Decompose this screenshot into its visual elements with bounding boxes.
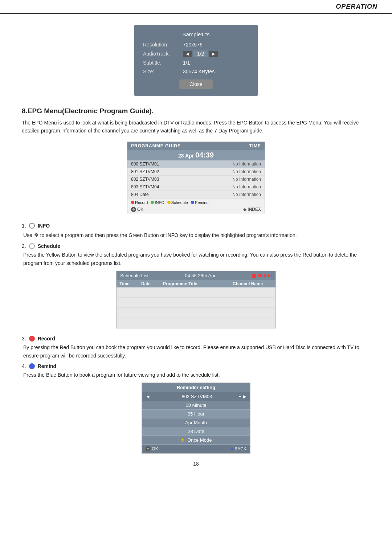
schedule-circle-icon xyxy=(29,243,35,249)
resolution-value: 720x576 xyxy=(183,42,203,48)
schedule-row-1 xyxy=(117,287,275,298)
col-date: Date xyxy=(141,281,163,286)
item-remind-label: Remind xyxy=(38,363,56,369)
item-info-header: 1. INFO xyxy=(22,223,370,229)
schedule-box: Schedule List 04:55 28th Apr ● Delete Ti… xyxy=(116,271,276,328)
item-remind-desc: Press the Blue Button to book a program … xyxy=(23,371,370,379)
audio-next-button[interactable]: ► xyxy=(209,51,218,57)
legend-dot-icon xyxy=(191,201,194,204)
reminder-prev-icon: ◄— xyxy=(146,394,155,399)
delete-label: Delete xyxy=(258,273,272,278)
epg-guide-header-right: TIME xyxy=(249,143,261,148)
epg-date-row: 28 Apr 04:39 xyxy=(127,150,265,160)
record-circle-icon xyxy=(29,336,35,342)
reminder-mode-value: Once Mode xyxy=(187,437,212,443)
channel-info: No Information xyxy=(232,177,261,182)
epg-guide-box: PROGRAMME GUIDE TIME 28 Apr 04:39 800 SZ… xyxy=(127,142,265,214)
epg-channel-row[interactable]: 802 SZTVM03No Information xyxy=(127,176,265,183)
legend-item: Schedule xyxy=(167,200,188,205)
info-circle-icon xyxy=(29,223,35,229)
reminder-row-month: Apr Month xyxy=(142,418,250,427)
reminder-channel: 802 SZTVM03 xyxy=(181,394,212,399)
epg-time: 04:39 xyxy=(195,151,214,159)
schedule-title: Schedule List xyxy=(120,273,148,278)
page-number: -18- xyxy=(22,461,370,467)
item-schedule-header: 2. Schedule xyxy=(22,243,370,249)
reminder-footer: ⊙ OK ● BACK xyxy=(142,445,250,453)
item-info-label: INFO xyxy=(38,223,50,229)
reminder-star-icon: ★ xyxy=(180,437,185,443)
close-button[interactable]: Close xyxy=(179,79,213,89)
item-remind-number: 4. xyxy=(22,363,26,369)
legend-item: Remind xyxy=(191,200,209,205)
resolution-label: Resolution: xyxy=(143,42,183,48)
reminder-next-icon: + ▶ xyxy=(239,394,246,399)
reminder-back: ● BACK xyxy=(231,446,246,451)
epg-date: 28 Apr xyxy=(178,153,194,159)
item-record: 3. Record By pressing the Red Button you… xyxy=(22,336,370,360)
file-info-box: Sample1.ts Resolution: 720x576 AudioTrac… xyxy=(134,25,258,96)
legend-item: Record xyxy=(131,200,148,205)
item-record-number: 3. xyxy=(22,336,26,342)
epg-description: The EPG Menu is used to look at what is … xyxy=(22,119,370,135)
schedule-columns: Time Date Programme Title Channel Name xyxy=(117,280,275,287)
close-btn-wrap: Close xyxy=(143,79,249,89)
file-filename: Sample1.ts xyxy=(143,31,249,37)
item-info-number: 1. xyxy=(22,223,26,229)
audio-value: 1/2 xyxy=(193,50,208,57)
epg-footer: ⊙ OK ◆ INDEX xyxy=(127,206,265,214)
delete-dot-icon: ● xyxy=(252,274,256,278)
channel-name: 803 SZTVM04 xyxy=(131,184,159,189)
audio-label: AudioTrack: xyxy=(143,51,183,57)
schedule-row-2 xyxy=(117,298,275,308)
legend-dot-icon xyxy=(131,201,134,204)
epg-ok-label: OK xyxy=(137,207,143,212)
delete-button[interactable]: ● Delete xyxy=(252,273,272,278)
reminder-row-hour: 05 Hour xyxy=(142,410,250,418)
file-resolution-row: Resolution: 720x576 xyxy=(143,42,249,48)
header-bar: OPERATION xyxy=(0,0,392,14)
schedule-row-4 xyxy=(117,318,275,328)
item-remind: 4. Remind Press the Blue Button to book … xyxy=(22,363,370,454)
item-schedule-desc: Press the Yellow Button to view the sche… xyxy=(23,251,370,267)
subtitle-row: Subtitle: 1/1 xyxy=(143,60,249,66)
epg-heading: 8.EPG Menu(Electronic Program Guide). xyxy=(22,107,370,115)
audio-prev-button[interactable]: ◄ xyxy=(183,51,192,57)
col-title: Programme Title xyxy=(163,281,233,286)
channel-info: No Information xyxy=(232,192,261,197)
item-schedule-number: 2. xyxy=(22,243,26,249)
reminder-row-minute: 08 Minute xyxy=(142,401,250,410)
epg-index-label: INDEX xyxy=(248,207,261,212)
reminder-ok-label: OK xyxy=(152,446,158,451)
item-remind-header: 4. Remind xyxy=(22,363,370,369)
size-value: 30574 KBytes xyxy=(183,69,215,74)
nav-icon: ❖ xyxy=(34,232,39,238)
epg-channel-row[interactable]: 803 SZTVM04No Information xyxy=(127,183,265,191)
epg-channel-row[interactable]: 801 SZTVM02No Information xyxy=(127,168,265,176)
legend-item: INFO xyxy=(151,200,164,205)
item-info: 1. INFO Use ❖ to select a program and th… xyxy=(22,223,370,240)
header-title: OPERATION xyxy=(336,3,377,11)
index-diamond-icon: ◆ xyxy=(243,207,246,212)
item-record-header: 3. Record xyxy=(22,336,370,342)
epg-channel-row[interactable]: 800 SZTVM01No Information xyxy=(127,160,265,168)
item-schedule-label: Schedule xyxy=(38,243,60,249)
schedule-header: Schedule List 04:55 28th Apr ● Delete xyxy=(117,271,275,280)
legend-dot-icon xyxy=(151,201,154,204)
reminder-ok-icon: ⊙ xyxy=(146,446,151,451)
reminder-row-date: 28 Date xyxy=(142,427,250,436)
channel-info: No Information xyxy=(232,184,261,189)
item-info-desc: Use ❖ to select a program and then press… xyxy=(23,230,370,240)
reminder-header: Reminder setting xyxy=(142,383,250,392)
epg-channel-row[interactable]: 804 DateNo Information xyxy=(127,191,265,199)
channel-name: 800 SZTVM01 xyxy=(131,162,159,167)
col-channel: Channel Name xyxy=(233,281,273,286)
channel-name: 801 SZTVM02 xyxy=(131,169,159,174)
reminder-row-mode: ★ Once Mode xyxy=(142,436,250,445)
channel-name: 802 SZTVM03 xyxy=(131,177,159,182)
remind-circle-icon xyxy=(29,363,35,369)
subtitle-value: 1/1 xyxy=(183,60,190,66)
reminder-ok: ⊙ OK xyxy=(146,446,158,451)
epg-legend: RecordINFOScheduleRemind xyxy=(127,199,265,206)
item-schedule: 2. Schedule Press the Yellow Button to v… xyxy=(22,243,370,328)
